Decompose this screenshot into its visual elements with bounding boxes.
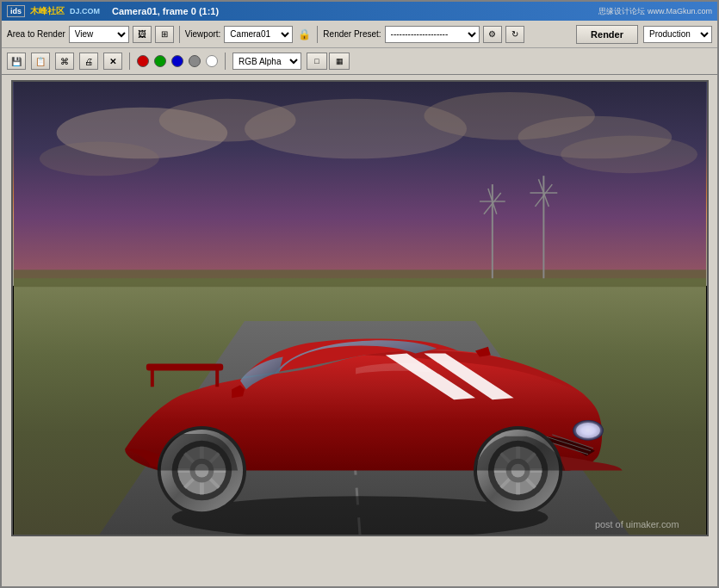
- icon-btn-1[interactable]: 🖼: [133, 26, 152, 43]
- toolbar-row1: Area to Render View Region Blowup 🖼 ⊞ Vi…: [2, 21, 717, 48]
- svg-point-7: [561, 136, 697, 174]
- gray-channel-dot[interactable]: [189, 55, 201, 67]
- print-btn[interactable]: 🖨: [79, 53, 98, 70]
- icon-btn-2[interactable]: ⊞: [155, 26, 174, 43]
- copy-icon: 📋: [35, 57, 46, 66]
- production-select[interactable]: Production Draft ActiveShade: [643, 26, 712, 43]
- green-channel-dot[interactable]: [154, 55, 166, 67]
- title-bar-left: ids 木峰社区 DJ.COM Camera01, frame 0 (1:1): [7, 5, 219, 17]
- save-btn[interactable]: 💾: [7, 53, 26, 70]
- separator-2: [317, 26, 318, 43]
- close-icon: ✕: [109, 57, 116, 66]
- lock-icon[interactable]: 🔒: [296, 27, 312, 42]
- svg-text:post of uimaker.com: post of uimaker.com: [594, 519, 679, 529]
- viewport-label: Viewport:: [185, 29, 221, 39]
- preset-options-btn-1[interactable]: ⚙: [483, 26, 502, 43]
- copy-btn[interactable]: 📋: [31, 53, 50, 70]
- area-to-render-select[interactable]: View Region Blowup: [69, 26, 129, 43]
- main-window: ids 木峰社区 DJ.COM Camera01, frame 0 (1:1) …: [0, 0, 719, 588]
- watermark-top: 思缘设计论坛 www.MaGkun.com: [598, 6, 712, 17]
- icon-crop: ⊞: [161, 29, 168, 39]
- scene-svg: post of uimaker.com: [13, 82, 707, 535]
- main-content: post of uimaker.com: [2, 75, 717, 586]
- refresh-icon: ↻: [511, 29, 518, 39]
- channel-grid-icon: ▦: [336, 57, 344, 65]
- render-frame: post of uimaker.com: [11, 80, 709, 536]
- separator-3: [129, 53, 130, 70]
- svg-rect-27: [150, 365, 153, 387]
- channel-icon-2[interactable]: ▦: [329, 53, 350, 70]
- render-button[interactable]: Render: [576, 25, 638, 44]
- separator-4: [225, 53, 226, 70]
- network-icon: ⌘: [60, 57, 69, 66]
- title-bar-right: 思缘设计论坛 www.MaGkun.com: [598, 6, 712, 17]
- svg-rect-26: [146, 364, 222, 371]
- domain-label: DJ.COM: [70, 7, 100, 15]
- svg-point-6: [39, 141, 158, 176]
- viewport-select[interactable]: Camera01 Top Front Left: [224, 26, 293, 43]
- channels-select[interactable]: RGB Alpha Red Green Blue Alpha: [232, 53, 301, 70]
- render-canvas: post of uimaker.com: [13, 82, 707, 535]
- community-label: 木峰社区: [30, 5, 65, 17]
- preset-label: Render Preset:: [323, 29, 381, 39]
- svg-rect-9: [14, 269, 706, 287]
- window-title: Camera01, frame 0 (1:1): [112, 6, 219, 16]
- svg-point-25: [576, 423, 600, 438]
- print-icon: 🖨: [84, 57, 93, 66]
- red-channel-dot[interactable]: [137, 55, 149, 67]
- close-btn[interactable]: ✕: [103, 53, 122, 70]
- toolbar-area: Area to Render View Region Blowup 🖼 ⊞ Vi…: [2, 21, 717, 75]
- channel-icon-group: □ ▦: [307, 53, 350, 70]
- channel-icon-1[interactable]: □: [307, 53, 327, 70]
- render-controls: Render Production Draft ActiveShade: [576, 25, 712, 44]
- title-bar: ids 木峰社区 DJ.COM Camera01, frame 0 (1:1) …: [2, 2, 717, 21]
- toolbar-row2: 💾 📋 ⌘ 🖨 ✕ RGB Alpha Red: [2, 48, 717, 74]
- gear-icon: ⚙: [488, 29, 496, 39]
- icon-image: 🖼: [138, 29, 146, 39]
- preset-options-btn-2[interactable]: ↻: [505, 26, 524, 43]
- toolbar-row1-left: Area to Render View Region Blowup 🖼 ⊞ Vi…: [7, 26, 524, 43]
- svg-rect-28: [215, 365, 219, 387]
- save-icon: 💾: [11, 57, 22, 66]
- network-btn[interactable]: ⌘: [55, 53, 74, 70]
- white-channel-dot[interactable]: [206, 55, 218, 67]
- app-logo: ids: [7, 5, 25, 17]
- preset-select[interactable]: -------------------- Low Medium High: [385, 26, 480, 43]
- separator-1: [179, 26, 180, 43]
- blue-channel-dot[interactable]: [171, 55, 183, 67]
- area-to-render-label: Area to Render: [7, 29, 65, 39]
- channel-square-icon: □: [314, 57, 319, 65]
